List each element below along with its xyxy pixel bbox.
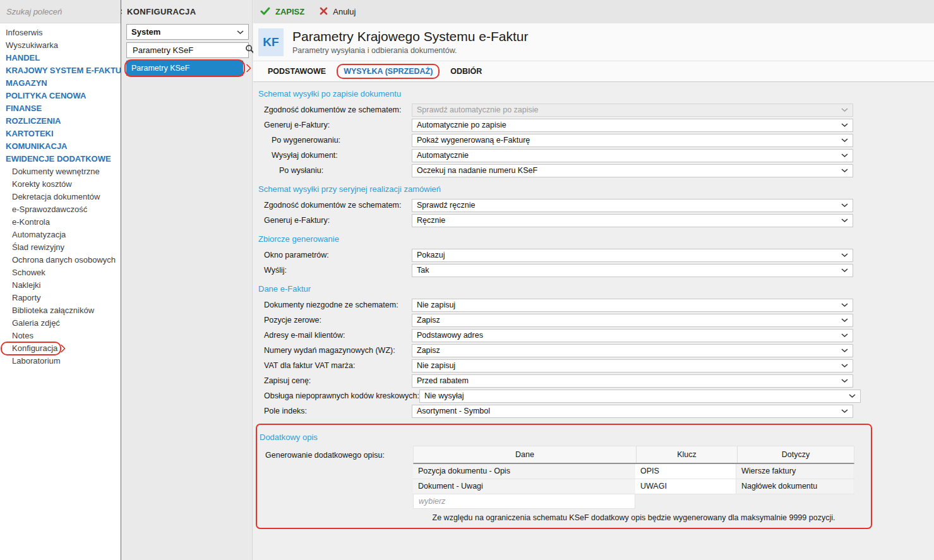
config-result-parametry-ksef[interactable]: Parametry KSeF [126,61,243,76]
sidebar-item-e-sprawozdawczosc[interactable]: e-Sprawozdawczość [0,203,121,216]
sidebar-item-laboratorium[interactable]: Laboratorium [0,355,121,367]
select-numery-wz[interactable]: Zapisz [412,344,853,357]
new-row-select[interactable]: wybierz [413,494,635,509]
form-row: Adresy e-mail klientów: Podstawowy adres [258,328,934,343]
chevron-down-icon [841,409,848,414]
chevron-down-icon [849,394,856,398]
column-header-dotyczy: Dotyczy [737,446,854,463]
chevron-down-icon [841,333,848,338]
cell-dotyczy[interactable]: Nagłówek dokumentu [736,479,853,494]
select-zapisuj-cene[interactable]: Przed rabatem [412,374,853,388]
config-search-box [126,42,249,58]
select-pole-indeks[interactable]: Asortyment - Symbol [412,405,853,418]
command-sidebar: Infoserwis Wyszukiwarka HANDEL KRAJOWY S… [0,0,121,560]
form-row: Po wygenerowaniu: Pokaż wygenerowaną e-F… [258,133,934,148]
select-zgodnosc-seryjna[interactable]: Sprawdź ręcznie [412,199,853,212]
select-adresy-email[interactable]: Podstawowy adres [412,329,853,342]
chevron-down-icon [841,138,848,143]
chevron-down-icon [841,349,848,353]
sidebar-item-ochrona-danych-osobowych[interactable]: Ochrona danych osobowych [0,254,121,266]
settings-form: Schemat wysyłki po zapisie dokumentu Zgo… [253,83,934,560]
select-generuj-seryjna[interactable]: Ręcznie [412,214,853,227]
sidebar-item-biblioteka-zalacznikow[interactable]: Biblioteka załączników [0,304,121,317]
cancel-button[interactable]: Anuluj [320,7,356,17]
save-button[interactable]: ZAPISZ [260,7,304,17]
sidebar-item-dokumenty-wewnetrzne[interactable]: Dokumenty wewnętrzne [0,165,121,178]
field-label: Adresy e-mail klientów: [258,331,412,340]
select-generuj-e-faktury[interactable]: Automatycznie po zapisie [412,119,853,132]
sidebar-item-rozliczenia[interactable]: ROZLICZENIA [0,115,121,128]
sidebar-item-ewidencje-dodatkowe[interactable]: EWIDENCJE DODATKOWE [0,153,121,165]
tab-podstawowe[interactable]: PODSTAWOWE [261,67,332,76]
field-label: Wysyłaj dokument: [258,151,412,160]
sidebar-item-polityka-cenowa[interactable]: POLITYKA CENOWA [0,90,121,102]
sidebar-item-wyszukiwarka[interactable]: Wyszukiwarka [0,39,121,52]
page-subtitle: Parametry wysyłania i odbierania dokumen… [292,46,528,55]
form-row: Zgodność dokumentów ze schematem: Sprawd… [258,198,934,213]
form-row: Obsługa niepoprawnych kodów kreskowych: … [258,388,934,403]
cell-klucz[interactable]: UWAGI [635,479,736,494]
config-result-label: Parametry KSeF [131,64,189,73]
field-label: Generowanie dodatkowego opisu: [259,446,413,460]
sidebar-item-korekty-kosztow[interactable]: Korekty kosztów [0,178,121,191]
sidebar-item-naklejki[interactable]: Naklejki [0,279,121,292]
select-wyslij[interactable]: Tak [412,264,853,277]
action-toolbar: ZAPISZ Anuluj [253,0,934,23]
sidebar-item-finanse[interactable]: FINANSE [0,102,121,115]
sidebar-item-automatyzacja[interactable]: Automatyzacja [0,229,121,241]
sidebar-item-dekretacja-dokumentow[interactable]: Dekretacja dokumentów [0,191,121,203]
column-header-klucz: Klucz [636,446,737,463]
sidebar-item-e-kontrola[interactable]: e-Kontrola [0,216,121,229]
select-po-wyslaniu[interactable]: Oczekuj na nadanie numeru KSeF [412,164,853,177]
sidebar-search-row [0,0,121,23]
field-label: Generuj e-Faktury: [258,216,412,225]
select-zgodnosc-dokumentow[interactable]: Sprawdź automatycznie po zapisie [412,104,853,117]
config-search-input[interactable] [131,45,245,56]
chevron-down-icon [841,318,848,323]
cell-dane[interactable]: Dokument - Uwagi [413,479,635,494]
chevron-down-icon [841,169,848,173]
sidebar-item-magazyn[interactable]: MAGAZYN [0,77,121,90]
sidebar-nav: Infoserwis Wyszukiwarka HANDEL KRAJOWY S… [0,23,121,367]
cell-dane[interactable]: Pozycja dokumentu - Opis [413,464,635,479]
chevron-down-icon [237,27,244,37]
select-vat-marza[interactable]: Nie zapisuj [412,359,853,372]
sidebar-item-kartoteki[interactable]: KARTOTEKI [0,128,121,140]
sidebar-item-schowek[interactable]: Schowek [0,266,121,279]
additional-description-table: Dane Klucz Dotyczy Pozycja dokumentu - O… [413,446,854,509]
sidebar-item-infoserwis[interactable]: Infoserwis [0,27,121,39]
select-po-wygenerowaniu[interactable]: Pokaż wygenerowaną e-Fakturę [412,134,853,147]
chevron-down-icon [841,379,848,383]
select-wysylaj-dokument[interactable]: Automatycznie [412,149,853,162]
main-area: ZAPISZ Anuluj KF Parametry Krajowego Sys… [253,0,934,560]
sidebar-item-slad-rewizyjny[interactable]: Ślad rewizyjny [0,241,121,254]
form-row: Wysyłaj dokument: Automatycznie [258,148,934,163]
sidebar-item-notes[interactable]: Notes [0,330,121,342]
select-okno-parametrow[interactable]: Pokazuj [412,249,853,262]
field-label: Okno parametrów: [258,251,412,259]
cancel-button-label: Anuluj [333,7,356,16]
cell-dotyczy[interactable]: Wiersze faktury [736,464,853,479]
field-label: Pozycje zerowe: [258,316,412,325]
select-kody-kreskowe[interactable]: Nie wysyłaj [419,390,861,403]
form-row: Generuj e-Faktury: Automatycznie po zapi… [258,117,934,133]
config-category-select[interactable]: System [126,24,249,40]
field-label: Pole indeks: [258,407,412,415]
tab-odbior[interactable]: ODBIÓR [444,67,488,76]
sidebar-item-komunikacja[interactable]: KOMUNIKACJA [0,140,121,153]
sidebar-item-konfiguracja[interactable]: Konfiguracja [0,342,121,355]
sidebar-item-handel[interactable]: HANDEL [0,52,121,64]
tab-wysylka-sprzedaz[interactable]: WYSYŁKA (SPRZEDAŻ) [344,67,433,76]
sidebar-search-input[interactable] [5,6,120,17]
sidebar-item-krajowy-system-e-faktur[interactable]: KRAJOWY SYSTEM E-FAKTUR [0,64,121,77]
form-row: Zapisuj cenę: Przed rabatem [258,373,934,388]
sidebar-item-raporty[interactable]: Raporty [0,292,121,304]
limit-note: Ze względu na ograniczenia schematu KSeF… [413,513,854,522]
select-pozycje-zerowe[interactable]: Zapisz [412,314,853,327]
select-dokumenty-niezgodne[interactable]: Nie zapisuj [412,299,853,312]
cell-klucz[interactable]: OPIS [635,464,736,479]
sidebar-item-galeria-zdjec[interactable]: Galeria zdjęć [0,317,121,330]
chevron-down-icon [841,268,848,273]
form-row: Okno parametrów: Pokazuj [258,247,934,263]
select-value: Pokazuj [417,251,445,259]
